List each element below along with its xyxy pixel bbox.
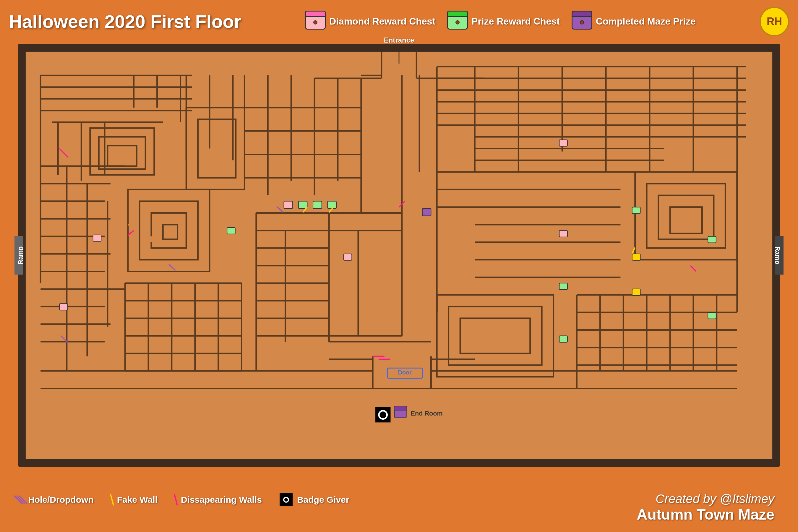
bottom-legend: Hole/Dropdown Fake Wall Dissapearing Wal… xyxy=(0,468,798,532)
svg-text:End Room: End Room xyxy=(411,410,442,417)
svg-rect-136 xyxy=(284,201,293,209)
prize-chest-icon xyxy=(447,13,468,30)
legend-disappearing: Dissapearing Walls xyxy=(175,494,262,506)
creator-info: Created by @Itslimey Autumn Town Maze xyxy=(636,492,774,523)
svg-line-165 xyxy=(169,265,175,270)
diamond-chest-label: Diamond Reward Chest xyxy=(329,16,435,27)
svg-rect-66 xyxy=(635,172,737,260)
svg-rect-30 xyxy=(163,225,177,240)
creator-credit: Created by @Itslimey xyxy=(636,492,774,506)
completed-maze-label: Completed Maze Prize xyxy=(596,16,696,27)
prize-chest-label: Prize Reward Chest xyxy=(471,16,560,27)
svg-rect-151 xyxy=(559,336,568,342)
svg-rect-29 xyxy=(151,213,186,248)
legend-fake-wall: Fake Wall xyxy=(111,494,157,506)
disappearing-label: Dissapearing Walls xyxy=(181,495,262,505)
svg-rect-37 xyxy=(198,119,236,178)
maze-inner: Door End Room Entrance xyxy=(23,49,775,462)
svg-rect-149 xyxy=(227,228,235,234)
svg-point-169 xyxy=(379,411,387,419)
svg-rect-153 xyxy=(708,312,716,319)
svg-line-155 xyxy=(128,230,134,235)
svg-rect-26 xyxy=(108,146,137,166)
maze-name: Autumn Town Maze xyxy=(636,506,774,523)
svg-rect-148 xyxy=(59,304,68,310)
svg-rect-107 xyxy=(460,318,530,354)
svg-rect-24 xyxy=(90,128,154,175)
legend-badge-giver: Badge Giver xyxy=(280,493,349,506)
logo-text: RH xyxy=(767,15,782,28)
entrance-label: Entrance xyxy=(384,36,414,44)
svg-rect-25 xyxy=(99,137,146,169)
svg-rect-28 xyxy=(139,201,198,260)
svg-rect-106 xyxy=(449,306,542,365)
svg-rect-171 xyxy=(394,406,407,410)
svg-rect-150 xyxy=(344,254,352,260)
svg-rect-69 xyxy=(670,207,702,233)
legend-item-prize: Prize Reward Chest xyxy=(447,13,560,30)
maze-svg: Door End Room xyxy=(23,49,775,462)
badge-giver-label: Badge Giver xyxy=(297,495,349,505)
diamond-chest-icon xyxy=(305,13,326,30)
svg-line-154 xyxy=(59,149,68,157)
svg-line-157 xyxy=(690,266,696,272)
rh-logo: RH xyxy=(760,7,789,36)
svg-rect-141 xyxy=(559,140,568,146)
legend-item-completed: Completed Maze Prize xyxy=(572,13,696,30)
disappearing-walls-icon xyxy=(175,494,176,506)
legend-item-diamond: Diamond Reward Chest xyxy=(305,13,435,30)
svg-rect-147 xyxy=(93,235,101,242)
completed-chest-icon xyxy=(572,13,592,30)
svg-rect-68 xyxy=(659,195,714,240)
svg-rect-142 xyxy=(632,207,641,214)
svg-line-164 xyxy=(277,207,283,212)
svg-rect-143 xyxy=(708,236,716,243)
legend-hole: Hole/Dropdown xyxy=(18,494,94,506)
svg-rect-152 xyxy=(632,289,641,296)
hole-label: Hole/Dropdown xyxy=(28,495,94,505)
fake-wall-icon xyxy=(111,494,113,506)
svg-rect-145 xyxy=(632,254,641,260)
header-legend: Diamond Reward Chest Prize Reward Chest … xyxy=(253,13,748,30)
svg-rect-138 xyxy=(313,201,322,209)
svg-rect-144 xyxy=(559,230,568,237)
svg-text:Door: Door xyxy=(398,369,412,376)
svg-rect-146 xyxy=(559,283,568,290)
svg-rect-140 xyxy=(422,209,431,216)
svg-rect-137 xyxy=(299,201,307,209)
badge-giver-icon xyxy=(280,493,292,506)
hole-icon xyxy=(18,494,24,506)
svg-rect-139 xyxy=(327,201,336,209)
fake-wall-label: Fake Wall xyxy=(117,495,157,505)
maze-container: Entrance Ramp Ramp xyxy=(18,44,780,467)
page-title: Halloween 2020 First Floor xyxy=(9,11,241,32)
